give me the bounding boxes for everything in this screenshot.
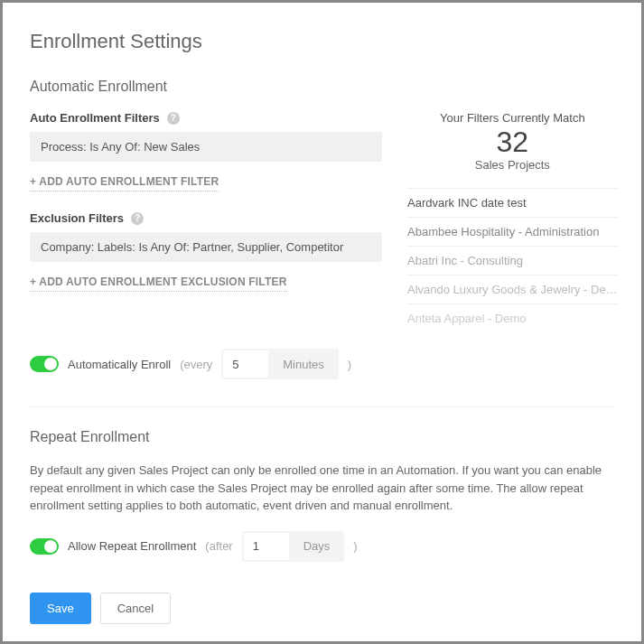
auto-enroll-row: Automatically Enroll (every Minutes ) — [30, 349, 614, 379]
paren-close: ) — [348, 358, 351, 371]
help-icon[interactable]: ? — [131, 212, 144, 225]
auto-enroll-label: Automatically Enroll — [68, 358, 171, 371]
automatic-enrollment-heading: Automatic Enrollment — [30, 79, 614, 95]
match-item[interactable]: Anteta Apparel - Demo — [407, 304, 618, 332]
match-count: 32 — [407, 126, 618, 158]
repeat-interval: Days — [242, 531, 345, 562]
auto-enroll-toggle[interactable] — [30, 356, 59, 372]
every-prefix: (every — [180, 358, 212, 371]
auto-filters-label: Auto Enrollment Filters — [30, 111, 160, 125]
add-auto-enrollment-filter-button[interactable]: + ADD AUTO ENROLLMENT FILTER — [30, 175, 219, 191]
repeat-interval-input[interactable] — [244, 533, 289, 560]
after-prefix: (after — [205, 539, 232, 553]
repeat-enrollment-heading: Repeat Enrollment — [30, 429, 614, 445]
auto-enroll-interval-input[interactable] — [223, 350, 268, 378]
save-button[interactable]: Save — [30, 593, 91, 624]
match-subtitle: Sales Projects — [407, 158, 618, 172]
help-icon[interactable]: ? — [167, 112, 180, 125]
auto-filter-chip[interactable]: Process: Is Any Of: New Sales — [30, 132, 382, 162]
repeat-enroll-label: Allow Repeat Enrollment — [68, 539, 196, 553]
repeat-interval-unit[interactable]: Days — [289, 539, 345, 553]
match-item[interactable]: Abambee Hospitality - Administration — [407, 218, 618, 247]
enrollment-settings-modal: Enrollment Settings Automatic Enrollment… — [3, 3, 641, 641]
auto-enroll-interval-unit[interactable]: Minutes — [268, 358, 339, 371]
button-row: Save Cancel — [30, 593, 614, 624]
add-exclusion-filter-button[interactable]: + ADD AUTO ENROLLMENT EXCLUSION FILTER — [30, 275, 287, 292]
match-header: Your Filters Currently Match — [407, 111, 618, 125]
match-item[interactable]: Aardvark INC date test — [407, 189, 618, 218]
match-item[interactable]: Alvando Luxury Goods & Jewelry - De… — [407, 275, 618, 304]
paren-close: ) — [353, 539, 357, 553]
automatic-columns: Auto Enrollment Filters ? Process: Is An… — [30, 111, 614, 332]
page-title: Enrollment Settings — [30, 30, 614, 53]
repeat-enroll-toggle[interactable] — [30, 538, 59, 555]
exclusion-filters-label: Exclusion Filters — [30, 211, 124, 225]
auto-enroll-interval: Minutes — [221, 349, 339, 379]
exclusion-filters-label-row: Exclusion Filters ? — [30, 211, 382, 225]
exclusion-filter-chip[interactable]: Company: Labels: Is Any Of: Partner, Sup… — [30, 232, 382, 262]
auto-filters-label-row: Auto Enrollment Filters ? — [30, 111, 382, 125]
filters-column: Auto Enrollment Filters ? Process: Is An… — [30, 111, 382, 332]
cancel-button[interactable]: Cancel — [100, 593, 171, 624]
section-divider — [30, 406, 614, 407]
match-item[interactable]: Abatri Inc - Consulting — [407, 247, 618, 275]
matches-column: Your Filters Currently Match 32 Sales Pr… — [407, 111, 618, 332]
repeat-description: By default any given Sales Project can o… — [30, 462, 614, 515]
repeat-enroll-row: Allow Repeat Enrollment (after Days ) — [30, 531, 614, 562]
match-list: Aardvark INC date test Abambee Hospitali… — [407, 188, 618, 332]
